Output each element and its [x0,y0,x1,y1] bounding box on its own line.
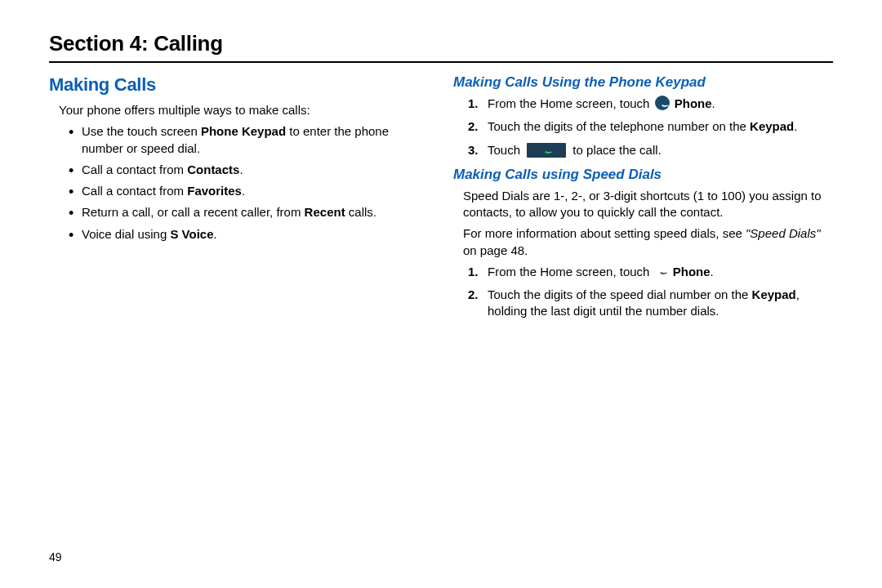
step-number: 2. [468,118,479,135]
content-columns: Making Calls Your phone offers multiple … [49,74,833,327]
text: Touch the digits of the telephone number… [488,119,750,133]
list-item: Voice dial using S Voice. [69,226,429,243]
text-bold: Keypad [752,287,796,301]
intro-text: Your phone offers multiple ways to make … [59,102,429,118]
text: . [712,96,715,110]
call-button-icon [527,143,566,158]
text-bold: Keypad [750,119,794,133]
text-bold: Phone Keypad [201,124,286,138]
left-column: Making Calls Your phone offers multiple … [49,74,429,327]
text: Use the touch screen [82,124,201,138]
list-item: 1. From the Home screen, touch Phone. [468,96,833,112]
text: . [242,184,245,198]
text: From the Home screen, touch [488,96,653,110]
text: calls. [345,205,376,219]
list-item: 1. From the Home screen, touch Phone. [468,264,833,280]
text: From the Home screen, touch [488,265,653,278]
step-number: 1. [468,264,479,280]
text: on page 48. [463,243,528,257]
making-calls-heading: Making Calls [49,74,429,96]
text: Return a call, or call a recent caller, … [82,205,305,219]
phone-app-icon [655,96,670,110]
text: to place the call. [569,143,662,157]
text: . [710,265,714,278]
keypad-steps: 1. From the Home screen, touch Phone. 2.… [468,96,833,158]
list-item: Call a contact from Contacts. [69,162,429,178]
text-bold: Phone [673,265,710,278]
list-item: Call a contact from Favorites. [69,183,429,199]
text: Call a contact from [82,163,187,176]
step-number: 2. [468,287,479,303]
ways-list: Use the touch screen Phone Keypad to ent… [69,123,429,243]
text: For more information about setting speed… [463,226,746,240]
text: . [794,119,797,133]
list-item: Return a call, or call a recent caller, … [69,204,429,220]
text-bold: Recent [305,205,345,219]
speed-dial-steps: 1. From the Home screen, touch Phone. 2.… [468,264,833,320]
manual-page: Section 4: Calling Making Calls Your pho… [0,0,882,327]
step-number: 1. [468,96,479,112]
text: Touch [488,143,523,157]
text-bold: Phone [675,96,712,110]
step-number: 3. [468,142,479,158]
text: . [214,227,217,241]
list-item: Use the touch screen Phone Keypad to ent… [69,123,429,157]
speed-dial-heading: Making Calls using Speed Dials [453,167,833,183]
text: Voice dial using [82,227,170,241]
list-item: 2. Touch the digits of the telephone num… [468,118,833,135]
text-bold: S Voice [170,227,213,241]
list-item: 2. Touch the digits of the speed dial nu… [468,287,833,320]
speed-dial-desc: Speed Dials are 1-, 2-, or 3-digit short… [463,188,833,221]
text-bold: Favorites [187,184,242,198]
text: . [239,163,243,176]
speed-dial-ref: For more information about setting speed… [463,225,833,259]
phone-icon [655,265,668,278]
right-column: Making Calls Using the Phone Keypad 1. F… [453,74,833,327]
text: Call a contact from [82,184,187,198]
list-item: 3. Touch to place the call. [468,142,833,158]
keypad-heading: Making Calls Using the Phone Keypad [453,74,833,91]
text: Touch the digits of the speed dial numbe… [488,287,752,301]
page-number: 49 [49,550,62,564]
text-bold: Contacts [187,163,239,176]
section-title: Section 4: Calling [49,31,833,63]
text-italic: "Speed Dials" [746,226,821,240]
